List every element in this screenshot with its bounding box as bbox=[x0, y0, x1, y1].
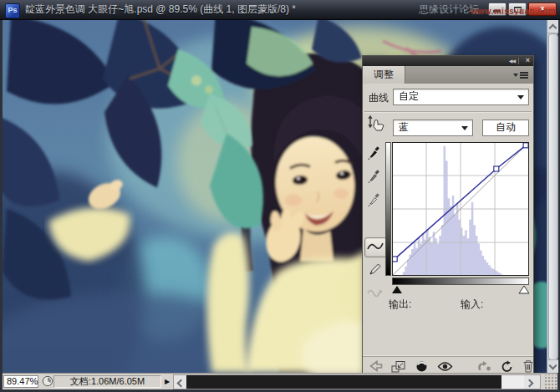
chevron-left-icon bbox=[177, 379, 186, 388]
window-controls: × bbox=[488, 3, 557, 16]
panel-close-icon[interactable]: × bbox=[526, 56, 530, 65]
resize-grip[interactable] bbox=[543, 374, 557, 389]
dropdown-caret-icon bbox=[461, 126, 468, 134]
delete-adjustment-trash-button[interactable] bbox=[522, 359, 534, 373]
white-point-eyedropper[interactable] bbox=[368, 192, 380, 210]
expanded-view-button[interactable] bbox=[391, 359, 405, 373]
curve-graph[interactable] bbox=[392, 142, 529, 276]
vertical-scrollbar[interactable] bbox=[547, 20, 557, 373]
maximize-icon bbox=[514, 7, 522, 13]
watermark-text: 思缘设计论坛 bbox=[419, 0, 479, 18]
edit-points-tool[interactable] bbox=[364, 237, 388, 257]
vertical-scrollbar-thumb[interactable] bbox=[548, 33, 558, 360]
chevron-right-icon bbox=[526, 379, 534, 388]
preset-dropdown[interactable]: 自定 bbox=[393, 89, 529, 105]
view-previous-state-button[interactable] bbox=[475, 359, 492, 373]
chevron-down-icon bbox=[549, 362, 557, 370]
input-label: 输入: bbox=[461, 298, 483, 312]
shadow-slider[interactable] bbox=[392, 286, 402, 293]
output-label: 输出: bbox=[389, 298, 411, 312]
dropdown-caret-icon bbox=[517, 95, 524, 103]
targeted-adjustment-tool[interactable] bbox=[365, 115, 385, 135]
channel-value: 蓝 bbox=[399, 121, 409, 133]
tab-adjustments[interactable]: 调整 bbox=[363, 66, 405, 84]
panel-menu-icon[interactable] bbox=[513, 71, 528, 79]
return-to-adjustment-list-button[interactable] bbox=[368, 359, 383, 373]
document-info: 文档:1.06M/6.05M bbox=[53, 375, 161, 388]
minimize-icon bbox=[493, 10, 501, 13]
panel-tab-row: 调整 bbox=[363, 66, 533, 84]
black-point-eyedropper[interactable] bbox=[368, 145, 380, 163]
status-bar: 89.47% 文档:1.06M/6.05M ▶ bbox=[3, 373, 557, 389]
curves-label: 曲线 bbox=[369, 91, 389, 105]
horizontal-scrollbar[interactable] bbox=[173, 374, 541, 389]
auto-button[interactable]: 自动 bbox=[482, 120, 529, 136]
panel-content: 曲线 自定 蓝 自动 bbox=[363, 84, 533, 373]
channel-dropdown[interactable]: 蓝 bbox=[393, 120, 473, 136]
output-gradient-bar bbox=[385, 142, 391, 276]
status-expand-button[interactable]: ▶ bbox=[162, 375, 172, 388]
scroll-right-button[interactable] bbox=[524, 375, 540, 389]
highlight-slider[interactable] bbox=[519, 286, 529, 293]
timer-icon bbox=[42, 375, 53, 390]
pencil-tool[interactable] bbox=[369, 262, 382, 279]
smooth-curve-tool[interactable] bbox=[367, 287, 384, 302]
menu-caret bbox=[513, 74, 518, 79]
panel-titlebar[interactable]: ◀◀ × bbox=[363, 56, 533, 66]
minimize-button[interactable] bbox=[488, 3, 507, 16]
window-title: 靛蓝外景色调 大眼仔~旭.psd @ 89.5% (曲线 1, 图层蒙版/8) … bbox=[25, 0, 296, 19]
scroll-up-button[interactable] bbox=[547, 20, 558, 33]
collapse-panel-icon[interactable]: ◀◀ bbox=[509, 57, 515, 65]
scroll-down-button[interactable] bbox=[547, 359, 558, 373]
separator bbox=[364, 111, 532, 112]
zoom-level-field[interactable]: 89.47% bbox=[3, 375, 38, 388]
scroll-left-button[interactable] bbox=[174, 375, 186, 389]
divider bbox=[518, 58, 519, 64]
close-button[interactable]: × bbox=[528, 3, 557, 16]
maximize-button[interactable] bbox=[508, 3, 527, 16]
layer-visibility-eye-button[interactable] bbox=[437, 359, 453, 373]
adjustments-panel: ◀◀ × 调整 曲线 自定 蓝 自动 bbox=[362, 55, 534, 374]
photoshop-app-icon[interactable]: Ps bbox=[5, 3, 20, 18]
chevron-up-icon bbox=[549, 24, 557, 33]
preset-value: 自定 bbox=[399, 90, 419, 102]
clip-to-layer-button[interactable] bbox=[415, 359, 428, 373]
input-sliders bbox=[392, 286, 529, 294]
titlebar: Ps 靛蓝外景色调 大眼仔~旭.psd @ 89.5% (曲线 1, 图层蒙版/… bbox=[0, 0, 560, 20]
menu-bars bbox=[520, 72, 528, 79]
horizontal-scrollbar-thumb[interactable] bbox=[186, 375, 501, 389]
input-gradient-bar bbox=[392, 277, 529, 285]
gray-point-eyedropper[interactable] bbox=[368, 169, 380, 186]
reset-button[interactable] bbox=[501, 359, 514, 373]
photoshop-window: Ps 靛蓝外景色调 大眼仔~旭.psd @ 89.5% (曲线 1, 图层蒙版/… bbox=[0, 0, 560, 392]
close-icon: × bbox=[540, 4, 545, 13]
